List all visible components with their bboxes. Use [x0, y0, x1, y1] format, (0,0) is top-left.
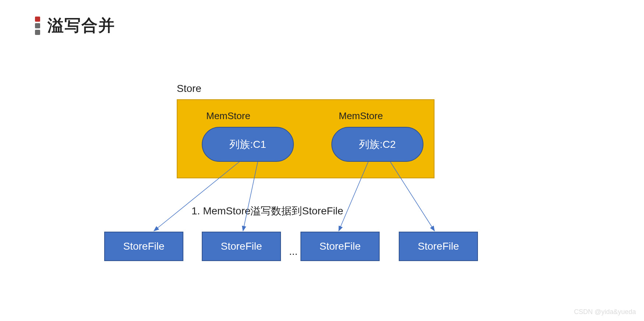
slide-title-row: 溢写合并 — [35, 15, 115, 36]
memstore-label-1: MemStore — [206, 110, 250, 122]
flow-caption: 1. MemStore溢写数据到StoreFile — [191, 204, 343, 218]
column-family-c1: 列族:C1 — [202, 127, 294, 162]
ellipsis: ... — [289, 246, 298, 257]
accent-square-gray — [35, 30, 40, 35]
store-label: Store — [177, 83, 201, 94]
storefile-3: StoreFile — [300, 232, 380, 261]
watermark: CSDN @yida&yueda — [574, 308, 636, 316]
storefile-2: StoreFile — [202, 232, 281, 261]
slide-title: 溢写合并 — [47, 15, 115, 36]
storefile-1: StoreFile — [104, 232, 183, 261]
memstore-label-2: MemStore — [339, 110, 383, 122]
accent-square-red — [35, 17, 40, 22]
storefile-4: StoreFile — [399, 232, 478, 261]
title-accent-icon — [35, 17, 40, 35]
column-family-c2: 列族:C2 — [331, 127, 423, 162]
accent-square-gray — [35, 23, 40, 28]
